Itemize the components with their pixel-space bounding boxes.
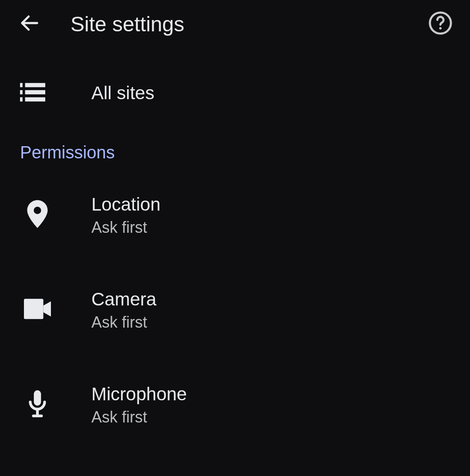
page-title: Site settings <box>70 12 426 36</box>
location-icon <box>26 200 49 230</box>
microphone-content: Microphone Ask first <box>91 383 187 427</box>
list-icon-container <box>20 79 55 107</box>
svg-point-1 <box>439 27 442 30</box>
location-content: Location Ask first <box>91 193 161 237</box>
location-status: Ask first <box>91 218 161 237</box>
help-button[interactable] <box>426 10 454 38</box>
microphone-icon-container <box>20 387 55 422</box>
microphone-label: Microphone <box>91 383 187 406</box>
microphone-icon <box>27 390 48 419</box>
svg-rect-10 <box>36 409 39 415</box>
all-sites-item[interactable]: All sites <box>0 58 470 128</box>
camera-icon <box>24 298 51 321</box>
svg-rect-4 <box>20 90 23 94</box>
svg-rect-6 <box>20 97 23 102</box>
svg-rect-9 <box>34 390 41 406</box>
help-icon <box>428 10 453 37</box>
all-sites-content: All sites <box>91 82 154 105</box>
camera-icon-container <box>20 292 55 327</box>
svg-rect-8 <box>24 299 44 319</box>
all-sites-label: All sites <box>91 82 154 105</box>
camera-label: Camera <box>91 288 156 311</box>
camera-content: Camera Ask first <box>91 288 156 332</box>
permission-item-microphone[interactable]: Microphone Ask first <box>0 357 470 452</box>
svg-rect-2 <box>20 83 23 87</box>
microphone-status: Ask first <box>91 408 187 426</box>
header-bar: Site settings <box>0 0 470 48</box>
camera-status: Ask first <box>91 313 156 332</box>
svg-rect-5 <box>25 90 45 94</box>
svg-rect-7 <box>25 97 45 102</box>
location-label: Location <box>91 193 161 216</box>
svg-rect-3 <box>25 83 45 87</box>
permission-item-camera[interactable]: Camera Ask first <box>0 262 470 357</box>
permissions-section-header: Permissions <box>0 128 470 168</box>
list-icon <box>20 83 45 104</box>
back-button[interactable] <box>16 10 44 38</box>
arrow-left-icon <box>18 12 41 36</box>
location-icon-container <box>20 198 55 232</box>
permission-item-location[interactable]: Location Ask first <box>0 168 470 262</box>
svg-rect-11 <box>32 415 43 417</box>
